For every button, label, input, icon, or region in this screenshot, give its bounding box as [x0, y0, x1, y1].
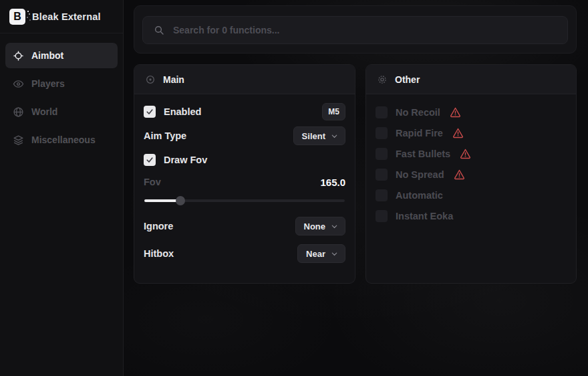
draw-fov-label: Draw Fov	[164, 155, 207, 165]
sidebar: B Bleak External Aimbot Players	[0, 0, 124, 376]
sidebar-item-label: Miscellaneous	[31, 134, 96, 145]
warning-icon	[460, 148, 471, 159]
hitbox-row: Hitbox Near	[144, 244, 345, 263]
ignore-value: None	[304, 221, 326, 231]
aim-type-value: Silent	[302, 131, 325, 141]
fov-slider-thumb[interactable]	[176, 196, 185, 205]
gear-icon	[377, 74, 388, 85]
layers-icon	[13, 134, 24, 146]
search-placeholder: Search for 0 functions...	[173, 25, 279, 35]
enabled-checkbox[interactable]	[144, 106, 156, 118]
toggle-list-item: Automatic	[376, 188, 567, 202]
ignore-dropdown[interactable]: None	[295, 217, 346, 236]
panel-main-header: Main	[134, 65, 355, 94]
hitbox-dropdown[interactable]: Near	[297, 244, 345, 263]
fov-label: Fov	[144, 177, 161, 187]
target-icon	[145, 74, 156, 85]
ignore-row: Ignore None	[144, 217, 345, 236]
sidebar-item-label: World	[31, 106, 57, 117]
panel-title: Other	[395, 74, 420, 85]
toggle-list-item: No Recoil	[376, 105, 567, 119]
search-container: Search for 0 functions...	[134, 5, 577, 54]
item-checkbox[interactable]	[376, 148, 388, 160]
item-checkbox[interactable]	[376, 169, 388, 181]
item-label: No Spread	[396, 169, 444, 180]
chevron-down-icon	[331, 132, 338, 140]
sidebar-item-label: Players	[31, 78, 65, 89]
warning-icon	[450, 106, 461, 118]
content-area: Search for 0 functions... Main Enabled M…	[124, 0, 588, 376]
keybind-button[interactable]: M5	[322, 103, 345, 120]
search-icon	[154, 25, 164, 35]
sidebar-item-world[interactable]: World	[5, 99, 118, 124]
globe-icon	[13, 106, 24, 118]
draw-fov-row: Draw Fov	[144, 151, 345, 169]
hitbox-value: Near	[306, 249, 325, 259]
app-title: Bleak External	[32, 11, 101, 22]
item-label: No Recoil	[396, 107, 440, 118]
chevron-down-icon	[331, 223, 338, 230]
panel-other-header: Other	[366, 65, 576, 94]
panel-main-body: Enabled M5 Aim Type Silent D	[134, 94, 355, 271]
panel-other-body: No Recoil Rapid Fire Fast Bullets	[366, 94, 576, 238]
warning-icon	[454, 169, 465, 180]
aim-type-row: Aim Type Silent	[144, 126, 345, 145]
hitbox-label: Hitbox	[144, 248, 174, 259]
draw-fov-checkbox[interactable]	[144, 154, 156, 166]
chevron-down-icon	[331, 250, 338, 258]
panel-other: Other No Recoil Rapid Fire Fast Bullets	[365, 64, 577, 284]
item-label: Rapid Fire	[396, 128, 443, 138]
enabled-label: Enabled	[164, 106, 201, 117]
sidebar-item-aimbot[interactable]: Aimbot	[5, 43, 118, 68]
toggle-list-item: Fast Bullets	[376, 147, 567, 161]
fov-value: 165.0	[320, 177, 345, 188]
item-label: Automatic	[396, 190, 443, 201]
sidebar-item-players[interactable]: Players	[5, 71, 118, 96]
toggle-list-item: Rapid Fire	[376, 126, 567, 140]
warning-icon	[452, 127, 464, 138]
crosshair-icon	[13, 50, 24, 62]
item-label: Fast Bullets	[396, 149, 450, 159]
item-label: Instant Eoka	[396, 211, 453, 221]
item-checkbox[interactable]	[376, 210, 388, 222]
eye-icon	[13, 78, 24, 90]
fov-slider-fill	[144, 199, 180, 202]
item-checkbox[interactable]	[376, 127, 388, 139]
sidebar-header: B Bleak External	[0, 0, 123, 33]
item-checkbox[interactable]	[376, 106, 388, 118]
panel-main: Main Enabled M5 Aim Type Silent	[134, 64, 355, 284]
panel-title: Main	[163, 74, 184, 85]
app-logo-icon: B	[9, 9, 25, 25]
fov-row: Fov 165.0	[144, 175, 345, 189]
sidebar-item-miscellaneous[interactable]: Miscellaneous	[5, 127, 118, 153]
toggle-list-item: No Spread	[376, 167, 567, 181]
sidebar-item-label: Aimbot	[31, 50, 63, 61]
ignore-label: Ignore	[144, 221, 173, 231]
enabled-row: Enabled M5	[144, 102, 345, 121]
search-input[interactable]: Search for 0 functions...	[142, 16, 568, 44]
sidebar-nav: Aimbot Players World	[0, 33, 123, 162]
aim-type-dropdown[interactable]: Silent	[293, 126, 345, 145]
toggle-list-item: Instant Eoka	[376, 209, 567, 223]
item-checkbox[interactable]	[376, 189, 388, 201]
fov-slider[interactable]	[144, 196, 345, 205]
aim-type-label: Aim Type	[144, 130, 186, 141]
